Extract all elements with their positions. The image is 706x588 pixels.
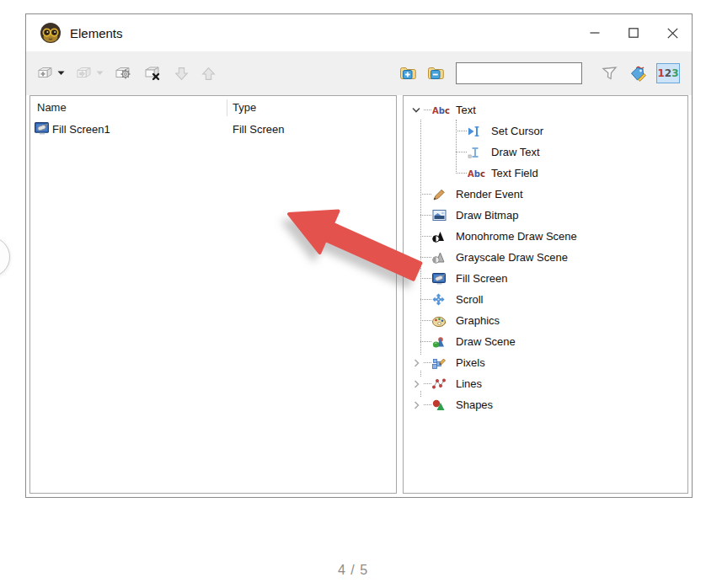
tree-item-draw-bitmap[interactable]: Draw Bitmap	[404, 205, 687, 226]
window-content: Name Type	[26, 95, 692, 497]
tree-item-pixels[interactable]: Pixels	[404, 352, 687, 373]
delete-cube-icon	[144, 66, 163, 82]
tree-item-graphics[interactable]: Graphics	[404, 310, 687, 331]
move-down-button[interactable]	[171, 63, 192, 84]
list-cell-name: Fill Screen1	[52, 123, 110, 136]
tree-item-shapes[interactable]: Shapes	[404, 394, 687, 415]
arrow-down-icon	[174, 66, 190, 82]
expand-all-folder-icon	[399, 66, 417, 81]
set-cursor-icon	[468, 126, 491, 137]
scroll-arrows-icon	[432, 293, 456, 306]
mascot-face-icon	[40, 22, 62, 44]
toolbar-right-group: 123	[397, 62, 680, 84]
add-cube-icon	[37, 66, 56, 81]
chevron-right-icon[interactable]	[409, 355, 424, 370]
minimize-icon	[590, 28, 600, 38]
edit-cube-gear-icon	[115, 66, 133, 82]
numbers-123-icon: 123	[657, 67, 678, 79]
svg-text:Abc: Abc	[432, 106, 450, 115]
minimize-button[interactable]	[575, 14, 614, 51]
tree-item-scroll[interactable]: Scroll	[404, 289, 687, 310]
arrow-up-icon	[201, 66, 217, 82]
tree-item-fill-screen[interactable]: Fill Screen	[404, 268, 687, 289]
filter-input[interactable]	[456, 62, 582, 84]
tree-item-monochrome-draw-scene[interactable]: Monohrome Draw Scene	[404, 226, 687, 247]
expand-all-button[interactable]	[397, 63, 420, 83]
titlebar: Elements	[26, 14, 692, 51]
toolbar-left-group	[35, 63, 219, 84]
insert-element-button[interactable]	[73, 63, 106, 83]
column-header-name[interactable]: Name	[30, 96, 227, 119]
toolbar: 123	[26, 51, 692, 95]
tree-item-render-event[interactable]: Render Event	[404, 184, 687, 205]
page-indicator: 4 / 5	[0, 563, 706, 578]
draw-scene-icon	[432, 336, 456, 348]
collapse-all-button[interactable]	[425, 63, 447, 83]
chevron-right-icon[interactable]	[409, 398, 424, 412]
tag-pencil-icon	[629, 65, 649, 82]
grayscale-draw-scene-icon	[432, 252, 456, 264]
close-button[interactable]	[653, 14, 692, 51]
monochrome-draw-scene-icon	[432, 231, 456, 243]
graphics-palette-icon	[432, 315, 456, 327]
dropdown-caret-icon	[96, 71, 104, 76]
fill-screen-icon	[35, 122, 50, 137]
tree-item-set-cursor[interactable]: Set Cursor	[404, 120, 687, 142]
window-title: Elements	[70, 26, 123, 40]
text-field-abc-icon: Abc	[468, 168, 491, 179]
element-types-tree-panel: Abc Text	[403, 95, 688, 494]
insert-cube-icon	[76, 66, 94, 81]
carousel-prev-button[interactable]	[0, 237, 10, 277]
fill-screen-icon	[432, 273, 456, 285]
list-cell-type: Fill Screen	[227, 123, 396, 136]
close-icon	[667, 28, 678, 39]
list-row-fill-screen1[interactable]: Fill Screen1 Fill Screen	[30, 119, 396, 140]
dropdown-caret-icon	[57, 71, 65, 76]
svg-text:Abc: Abc	[468, 169, 485, 179]
move-up-button[interactable]	[198, 63, 219, 84]
maximize-icon	[628, 28, 639, 38]
maximize-button[interactable]	[614, 14, 653, 51]
funnel-icon	[600, 65, 619, 82]
draw-bitmap-icon	[432, 210, 456, 221]
lines-icon	[432, 378, 456, 389]
delete-element-button[interactable]	[142, 63, 165, 84]
chevron-down-icon[interactable]	[409, 103, 424, 117]
slide-stage: Elements	[0, 0, 706, 588]
window-controls	[575, 14, 692, 51]
render-event-pencil-icon	[432, 189, 456, 200]
elements-list-panel: Name Type	[29, 95, 397, 494]
column-header-type[interactable]: Type	[227, 99, 396, 116]
tree-item-text[interactable]: Abc Text	[404, 99, 687, 120]
pixels-icon	[432, 357, 456, 369]
tree-item-draw-text[interactable]: Draw Text	[404, 142, 687, 163]
add-element-button[interactable]	[35, 63, 67, 83]
collapse-all-folder-icon	[427, 66, 445, 81]
shapes-icon	[432, 399, 456, 411]
tree-item-draw-scene[interactable]: Draw Scene	[404, 331, 687, 352]
rename-button[interactable]	[627, 62, 651, 84]
element-types-tree: Abc Text	[404, 96, 687, 415]
tree-item-lines[interactable]: Lines	[404, 373, 687, 394]
edit-element-button[interactable]	[112, 63, 136, 84]
text-abc-icon: Abc	[432, 104, 456, 115]
draw-text-icon	[468, 147, 491, 158]
chevron-right-icon[interactable]	[409, 377, 424, 391]
tree-item-text-field[interactable]: Abc Text Field	[404, 163, 687, 184]
numbering-toggle-button[interactable]: 123	[656, 63, 680, 83]
list-header: Name Type	[30, 96, 396, 119]
tree-item-grayscale-draw-scene[interactable]: Grayscale Draw Scene	[404, 247, 687, 268]
filter-button[interactable]	[597, 62, 622, 84]
elements-window: Elements	[25, 13, 693, 498]
